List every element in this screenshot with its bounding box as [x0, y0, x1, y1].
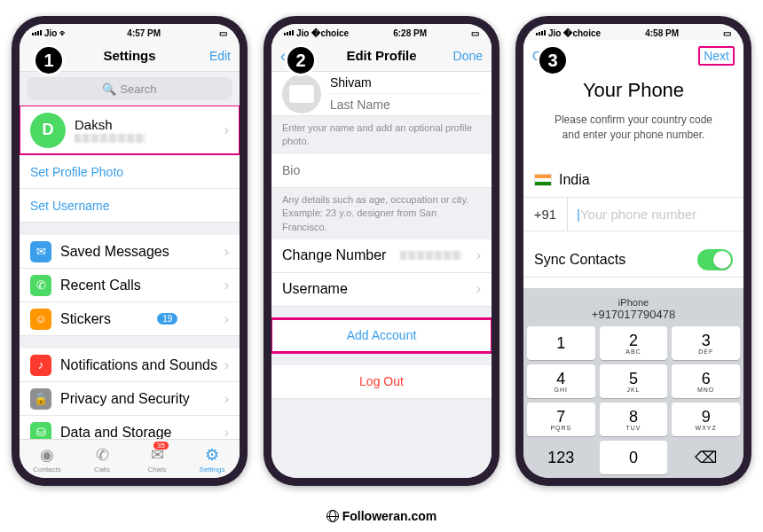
bio-field[interactable] — [282, 163, 481, 177]
tab-settings[interactable]: ⚙Settings — [185, 440, 240, 478]
phone-2: 2 Jio�choice 6:28 PM▭ ‹B Edit Profile Do… — [264, 16, 499, 486]
change-number-row[interactable]: Change Number› — [271, 239, 492, 273]
tab-icon: ◉ — [40, 445, 54, 465]
item-icon: ✉ — [30, 241, 51, 262]
country-code-field[interactable]: +91 — [523, 198, 568, 231]
flag-icon — [534, 174, 552, 186]
sync-toggle[interactable] — [697, 249, 733, 270]
step-badge-2: 2 — [285, 44, 317, 76]
keypad-key-1[interactable]: 1 — [527, 326, 595, 360]
item-icon: 🔒 — [30, 388, 51, 410]
step-badge-3: 3 — [537, 44, 569, 76]
badge: 19 — [157, 313, 177, 325]
add-account-button[interactable]: Add Account — [271, 319, 492, 353]
wifi-icon: ᯤ — [59, 28, 68, 38]
phone-3: 3 Jio�choice 4:58 PM▭ Canc Next Your Pho… — [515, 16, 751, 486]
chevron-right-icon: › — [224, 311, 229, 327]
bio-row[interactable] — [271, 154, 492, 188]
status-bar: Jioᯤ 4:57 PM ▭ — [20, 24, 240, 40]
last-name-field[interactable] — [330, 94, 481, 115]
avatar: D — [30, 113, 66, 148]
logout-button[interactable]: Log Out — [271, 365, 492, 399]
keypad-key-7[interactable]: 7PQRS — [527, 403, 595, 436]
page-subtitle: Please confirm your country code and ent… — [523, 104, 743, 152]
username-row[interactable]: Username› — [271, 273, 492, 307]
settings-item[interactable]: ✉Saved Messages› — [20, 235, 240, 269]
user-name: Daksh — [75, 117, 146, 132]
phone-blurred — [75, 134, 146, 143]
item-icon: ✆ — [30, 275, 51, 296]
name-row[interactable] — [271, 72, 492, 116]
tab-icon: ⚙ — [205, 445, 219, 465]
search-input[interactable]: 🔍Search — [27, 77, 232, 100]
keypad-key-8[interactable]: 8TUV — [600, 403, 668, 436]
tab-icon: ✆ — [96, 445, 109, 465]
phone-input-row[interactable]: +91 |Your phone number — [523, 198, 743, 231]
tab-chats[interactable]: ✉35Chats — [130, 440, 185, 478]
tab-contacts[interactable]: ◉Contacts — [20, 440, 75, 478]
page-title: Your Phone — [523, 72, 743, 104]
camera-icon — [289, 85, 314, 103]
chevron-right-icon: › — [224, 244, 229, 260]
profile-row[interactable]: D Daksh › — [20, 106, 240, 155]
chevron-right-icon: › — [224, 391, 229, 407]
edit-button[interactable]: Edit — [209, 49, 231, 63]
phone-number-field[interactable]: |Your phone number — [568, 198, 743, 231]
phone-1: 1 Jioᯤ 4:57 PM ▭ Settings Edit 🔍Search D… — [12, 16, 248, 486]
keypad-key-123[interactable]: 123 — [527, 441, 595, 474]
keypad-key-2[interactable]: 2ABC — [600, 326, 668, 360]
keypad-key-6[interactable]: 6MNO — [672, 364, 740, 398]
chevron-right-icon: › — [224, 278, 229, 293]
status-bar: Jio�choice 4:58 PM▭ — [523, 24, 743, 40]
globe-icon — [326, 510, 339, 522]
item-icon: ☺ — [30, 309, 51, 330]
status-bar: Jio�choice 6:28 PM▭ — [271, 24, 492, 40]
keypad-key-5[interactable]: 5JKL — [600, 364, 668, 398]
keypad-key-0[interactable]: 0 — [600, 441, 668, 474]
page-title: Settings — [103, 48, 155, 63]
tab-bar: ◉Contacts✆Calls✉35Chats⚙Settings — [20, 439, 240, 478]
keypad-key-4[interactable]: 4GHI — [527, 364, 595, 398]
settings-item[interactable]: ✆Recent Calls› — [20, 269, 240, 302]
name-hint: Enter your name and add an optional prof… — [271, 116, 492, 154]
chevron-right-icon: › — [224, 357, 229, 373]
page-title: Edit Profile — [346, 48, 416, 63]
keypad-key-3[interactable]: 3DEF — [672, 326, 740, 360]
set-username-link[interactable]: Set Username — [20, 189, 240, 223]
chevron-right-icon: › — [224, 425, 229, 440]
keypad-key-9[interactable]: 9WXYZ — [672, 403, 740, 436]
footer: Followeran.com — [0, 509, 763, 523]
settings-item[interactable]: 🔒Privacy and Security› — [20, 382, 240, 416]
chevron-right-icon: › — [224, 122, 229, 138]
battery-icon: ▭ — [219, 28, 227, 38]
settings-item[interactable]: ♪Notifications and Sounds› — [20, 348, 240, 382]
keypad-key-⌫[interactable]: ⌫ — [672, 441, 740, 474]
done-button[interactable]: Done — [453, 49, 483, 63]
bio-hint: Any details such as age, occupation or c… — [271, 188, 492, 239]
first-name-field[interactable] — [330, 72, 481, 94]
settings-item[interactable]: ☺Stickers19› — [20, 302, 240, 336]
sync-contacts-row[interactable]: Sync Contacts — [523, 244, 743, 278]
step-badge-1: 1 — [33, 44, 65, 76]
next-button[interactable]: Next — [698, 46, 735, 66]
country-row[interactable]: India — [523, 164, 743, 198]
status-time: 4:57 PM — [127, 28, 161, 38]
keypad-suggestion[interactable]: iPhone+917017790478 — [527, 292, 740, 326]
number-keypad: iPhone+917017790478 12ABC3DEF4GHI5JKL6MN… — [523, 288, 743, 478]
tab-calls[interactable]: ✆Calls — [75, 440, 130, 478]
item-icon: ⛁ — [30, 422, 51, 440]
search-icon: 🔍 — [102, 82, 116, 96]
profile-photo[interactable] — [282, 74, 321, 113]
set-profile-photo-link[interactable]: Set Profile Photo — [20, 155, 240, 189]
item-icon: ♪ — [30, 355, 51, 376]
settings-item[interactable]: ⛁Data and Storage› — [20, 416, 240, 439]
